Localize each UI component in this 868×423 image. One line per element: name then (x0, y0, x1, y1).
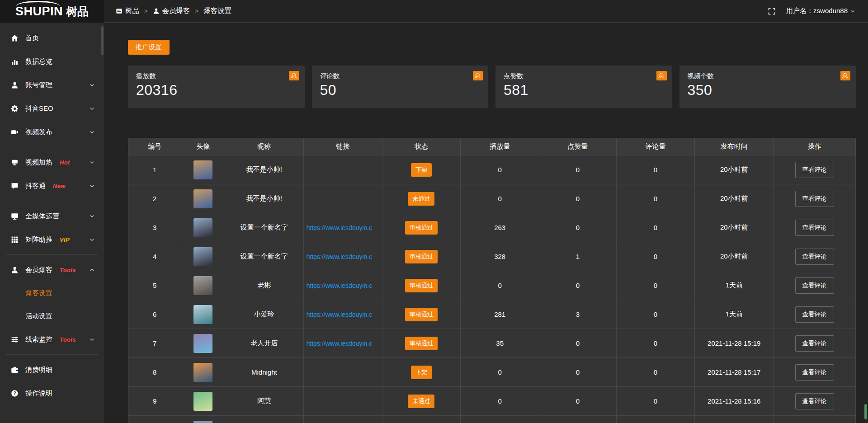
cell-time: 20小时前 (695, 184, 774, 213)
sidebar-item-consume-detail[interactable]: 消费明细 (0, 358, 104, 381)
cell-status: 未通过 (382, 387, 461, 416)
cell-nickname: 阿慧 (225, 387, 303, 416)
cell-id: 1 (128, 155, 181, 184)
cell-id: 5 (128, 271, 181, 300)
status-badge: 审核通过 (405, 337, 438, 350)
user-icon (153, 8, 160, 14)
stat-card-value: 50 (320, 82, 481, 99)
sidebar-item-member-baoke[interactable]: 会员爆客Tools (0, 258, 104, 282)
view-comments-button[interactable]: 查看评论 (795, 277, 834, 294)
table-row: 5老彬https://www.iesdouyin.c审核通过0001天前查看评论 (128, 271, 856, 300)
chevron-down-icon (89, 82, 95, 88)
stat-card-videos: 视频个数总350 (679, 66, 856, 108)
cell-nickname: 老彬 (225, 271, 303, 300)
view-comments-button[interactable]: 查看评论 (795, 335, 834, 352)
cell-likes: 0 (539, 184, 617, 213)
chevron-down-icon (89, 160, 95, 165)
cell-comments (616, 416, 695, 423)
sidebar-item-tag: Tools (60, 336, 76, 343)
sidebar-item-matrix-boost[interactable]: 矩阵助推VIP (0, 228, 104, 251)
sliders-icon (11, 336, 19, 343)
breadcrumb-item-member-baoke[interactable]: 会员爆客 (153, 6, 190, 16)
view-comments-button[interactable]: 查看评论 (795, 306, 834, 323)
breadcrumb-item-shupin[interactable]: 树品 (116, 6, 139, 16)
sidebar-item-label: 抖客通 (25, 182, 46, 190)
table-row: 1我不是小帅!下架00020小时前查看评论 (128, 155, 856, 184)
sidebar-item-video-publish[interactable]: 视频发布 (0, 120, 104, 144)
view-comments-button[interactable]: 查看评论 (795, 393, 834, 409)
cell-actions: 查看评论 (774, 184, 856, 213)
avatar (193, 218, 212, 237)
cell-likes: 1 (539, 242, 617, 271)
column-header-time: 发布时间 (695, 138, 774, 155)
cell-likes: 0 (539, 358, 617, 387)
sidebar-divider (6, 254, 98, 255)
stat-card-value: 20316 (136, 82, 297, 99)
cell-avatar (181, 213, 225, 242)
column-header-plays: 播放量 (461, 138, 539, 155)
cell-likes: 0 (539, 213, 617, 242)
sidebar-item-label: 视频发布 (25, 128, 52, 136)
sidebar-item-omni-media[interactable]: 全媒体运营 (0, 204, 104, 228)
video-link[interactable]: https://www.iesdouyin.c (304, 282, 382, 289)
sidebar-item-douyin-seo[interactable]: 抖音SEO (0, 97, 104, 120)
cell-id: 3 (128, 213, 181, 242)
status-badge: 下架 (411, 366, 432, 379)
cell-comments: 0 (616, 300, 695, 329)
username-dropdown[interactable]: 用户名：zswodun88 (786, 7, 855, 15)
view-comments-button[interactable]: 查看评论 (795, 162, 834, 178)
video-link[interactable]: https://www.iesdouyin.c (304, 340, 382, 347)
sidebar-item-douketong[interactable]: 抖客通New (0, 174, 104, 197)
svg-text:?: ? (13, 390, 16, 395)
view-comments-button[interactable]: 查看评论 (795, 364, 834, 381)
cell-id: 9 (128, 387, 181, 416)
view-comments-button[interactable]: 查看评论 (795, 220, 834, 236)
sidebar-item-account-manage[interactable]: 账号管理 (0, 73, 104, 97)
cell-avatar (181, 329, 225, 358)
view-comments-button[interactable]: 查看评论 (795, 191, 834, 207)
video-link[interactable]: https://www.iesdouyin.c (304, 311, 382, 318)
sidebar-divider (6, 354, 98, 355)
sidebar-item-clue-monitor[interactable]: 线索监控Tools (0, 328, 104, 351)
view-comments-button[interactable]: 查看评论 (795, 249, 834, 265)
heat-icon (11, 159, 19, 166)
sidebar-subitem-activity-settings[interactable]: 活动设置 (0, 305, 104, 328)
table-row (128, 416, 856, 423)
promo-settings-button[interactable]: 推广设置 (128, 40, 170, 55)
chevron-down-icon (89, 337, 95, 343)
logo[interactable]: SHUPIN 树品 (0, 0, 104, 23)
breadcrumb: 树品>会员爆客>爆客设置 (116, 6, 231, 16)
sidebar-subitem-baoke-settings[interactable]: 爆客设置 (0, 282, 104, 305)
cell-status: 未通过 (382, 184, 461, 213)
breadcrumb-item-baoke-settings[interactable]: 爆客设置 (203, 6, 231, 16)
cell-status: 审核通过 (382, 300, 461, 329)
sidebar-item-label: 首页 (25, 34, 39, 42)
fullscreen-icon[interactable] (768, 8, 775, 15)
sidebar-item-operation-guide[interactable]: ?操作说明 (0, 381, 104, 405)
avatar (193, 392, 212, 411)
stat-card-label: 播放数 (136, 72, 297, 80)
page-scrollbar-thumb[interactable] (864, 404, 867, 419)
sidebar-item-label: 抖音SEO (25, 104, 53, 113)
sidebar-divider (6, 147, 98, 147)
avatar (193, 189, 212, 208)
sidebar-scrollbar-thumb[interactable] (101, 26, 104, 55)
sidebar-item-data-overview[interactable]: 数据总览 (0, 50, 104, 73)
cell-link: https://www.iesdouyin.c (303, 213, 382, 242)
total-badge: 总 (840, 71, 851, 80)
cell-status: 审核通过 (382, 271, 461, 300)
table-row: 2我不是小帅!未通过00020小时前查看评论 (128, 184, 856, 213)
cell-nickname: Midnight (225, 358, 303, 387)
cell-link (303, 155, 382, 184)
sidebar-item-video-heat[interactable]: 视频加热Hot (0, 150, 104, 174)
topbar: 树品>会员爆客>爆客设置 用户名：zswodun88 (104, 0, 868, 23)
status-badge: 审核通过 (405, 279, 438, 292)
cell-nickname (225, 416, 303, 423)
cell-link (303, 387, 382, 416)
stat-card-comments: 评论数总50 (312, 66, 489, 108)
video-link[interactable]: https://www.iesdouyin.c (304, 253, 382, 260)
cell-time (695, 416, 774, 423)
video-link[interactable]: https://www.iesdouyin.c (304, 224, 382, 231)
sidebar-item-label: 会员爆客 (25, 266, 52, 274)
sidebar-item-home[interactable]: 首页 (0, 26, 104, 50)
